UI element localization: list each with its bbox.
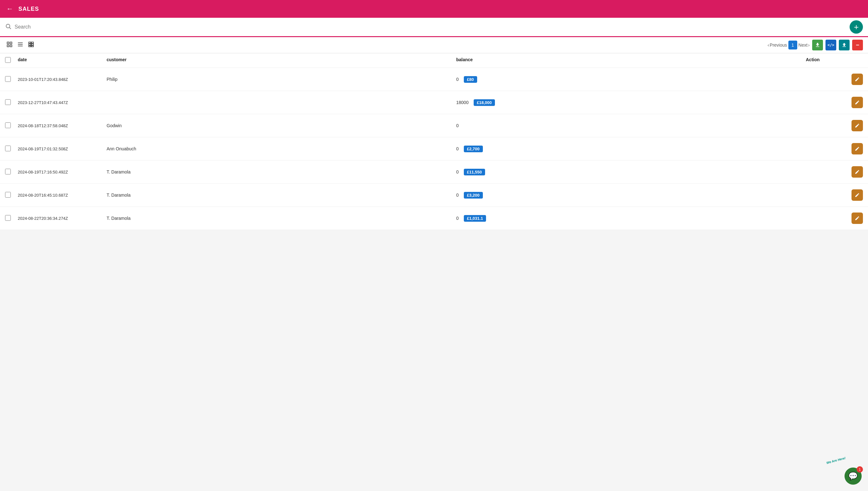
row-balance: 0 £80	[456, 76, 806, 83]
row-checkbox-col	[5, 192, 18, 199]
balance-badge: £18,000	[474, 99, 495, 106]
row-checkbox-col	[5, 215, 18, 222]
balance-badge: £80	[464, 76, 477, 83]
sales-table: date customer balance Action 2023-10-01T…	[0, 53, 868, 230]
row-checkbox[interactable]	[5, 146, 11, 151]
search-bar: +	[0, 18, 868, 37]
search-input[interactable]	[15, 24, 849, 30]
edit-button[interactable]	[851, 166, 863, 178]
svg-rect-13	[29, 46, 31, 47]
row-date: 2024-08-18T12:37:58.048Z	[18, 123, 107, 128]
row-customer: Godwin	[107, 123, 456, 128]
customer-col-header: customer	[107, 57, 456, 64]
row-balance: 18000 £18,000	[456, 99, 806, 106]
table-row: 2024-08-20T16:45:10.687Z T. Daramola 0 £…	[0, 184, 868, 207]
list-view-button[interactable]	[16, 40, 25, 51]
row-customer: T. Daramola	[107, 169, 456, 174]
search-icon	[5, 23, 11, 31]
card-view-button[interactable]	[27, 40, 35, 51]
row-customer: T. Daramola	[107, 193, 456, 198]
row-customer: Philip	[107, 77, 456, 82]
row-action-col	[806, 166, 863, 178]
view-icons	[5, 40, 35, 51]
edit-button[interactable]	[851, 212, 863, 224]
balance-badge: £2,700	[464, 146, 483, 152]
row-balance: 0 £11,550	[456, 169, 806, 175]
row-checkbox[interactable]	[5, 99, 11, 105]
table-row: 2023-12-27T10:47:43.447Z 18000 £18,000	[0, 91, 868, 114]
row-balance: 0	[456, 123, 806, 128]
svg-rect-9	[29, 42, 31, 43]
row-date: 2024-08-19T17:16:50.492Z	[18, 170, 107, 174]
balance-badge: £11,550	[464, 169, 485, 175]
row-checkbox[interactable]	[5, 169, 11, 174]
add-button[interactable]: +	[849, 20, 863, 34]
row-balance: 0 £1,031.1	[456, 215, 806, 222]
row-checkbox-col	[5, 169, 18, 175]
app-header: ← SALES	[0, 0, 868, 18]
download-button[interactable]	[812, 40, 823, 51]
svg-rect-4	[7, 45, 9, 47]
table-row: 2024-08-18T12:37:58.048Z Godwin 0	[0, 114, 868, 137]
row-customer: T. Daramola	[107, 216, 456, 221]
svg-rect-14	[31, 46, 34, 47]
row-checkbox[interactable]	[5, 76, 11, 82]
edit-button[interactable]	[851, 143, 863, 154]
toolbar: ‹ Previous 1 Next › </> −	[0, 37, 868, 53]
svg-rect-5	[10, 45, 12, 47]
code-button[interactable]: </>	[826, 40, 836, 51]
table-header: date customer balance Action	[0, 53, 868, 68]
previous-button[interactable]: ‹ Previous	[768, 42, 787, 48]
grid-view-button[interactable]	[5, 40, 14, 51]
back-button[interactable]: ←	[6, 5, 13, 13]
row-date: 2024-08-22T20:36:34.274Z	[18, 216, 107, 221]
row-date: 2024-08-20T16:45:10.687Z	[18, 193, 107, 198]
delete-button[interactable]: −	[852, 40, 863, 51]
row-balance: 0 £3,200	[456, 192, 806, 199]
row-checkbox[interactable]	[5, 192, 11, 198]
pagination: ‹ Previous 1 Next ›	[768, 40, 810, 50]
row-date: 2023-10-01T17:20:43.848Z	[18, 77, 107, 82]
svg-rect-3	[10, 42, 12, 44]
edit-button[interactable]	[851, 190, 863, 201]
select-all-col	[5, 57, 18, 64]
row-checkbox-col	[5, 76, 18, 83]
action-col-header: Action	[806, 57, 863, 64]
row-action-col	[806, 143, 863, 154]
page-title: SALES	[19, 6, 39, 12]
table-row: 2024-08-19T17:16:50.492Z T. Daramola 0 £…	[0, 161, 868, 184]
row-date: 2024-08-19T17:01:32.508Z	[18, 147, 107, 151]
edit-button[interactable]	[851, 74, 863, 85]
row-date: 2023-12-27T10:47:43.447Z	[18, 100, 107, 105]
page-number-button[interactable]: 1	[788, 40, 797, 50]
row-checkbox[interactable]	[5, 215, 11, 221]
balance-badge: £3,200	[464, 192, 483, 199]
next-button[interactable]: Next ›	[799, 42, 810, 48]
row-action-col	[806, 212, 863, 224]
row-balance: 0 £2,700	[456, 146, 806, 152]
date-col-header: date	[18, 57, 107, 64]
svg-rect-11	[29, 44, 31, 45]
row-checkbox-col	[5, 122, 18, 129]
row-action-col	[806, 74, 863, 85]
row-checkbox[interactable]	[5, 122, 11, 128]
edit-button[interactable]	[851, 120, 863, 131]
svg-line-1	[9, 27, 11, 29]
table-row: 2024-08-22T20:36:34.274Z T. Daramola 0 £…	[0, 207, 868, 230]
svg-rect-2	[7, 42, 9, 44]
svg-rect-12	[31, 44, 34, 45]
select-all-checkbox[interactable]	[5, 57, 11, 63]
table-row: 2023-10-01T17:20:43.848Z Philip 0 £80	[0, 68, 868, 91]
table-row: 2024-08-19T17:01:32.508Z Ann Onuabuch 0 …	[0, 137, 868, 161]
balance-badge: £1,031.1	[464, 215, 486, 222]
row-customer: Ann Onuabuch	[107, 146, 456, 151]
table-rows: 2023-10-01T17:20:43.848Z Philip 0 £80 20…	[0, 68, 868, 230]
balance-col-header: balance	[456, 57, 806, 64]
upload-button[interactable]	[839, 40, 849, 51]
row-action-col	[806, 120, 863, 131]
row-action-col	[806, 190, 863, 201]
row-checkbox-col	[5, 99, 18, 106]
row-action-col	[806, 97, 863, 108]
edit-button[interactable]	[851, 97, 863, 108]
svg-point-0	[6, 24, 10, 28]
